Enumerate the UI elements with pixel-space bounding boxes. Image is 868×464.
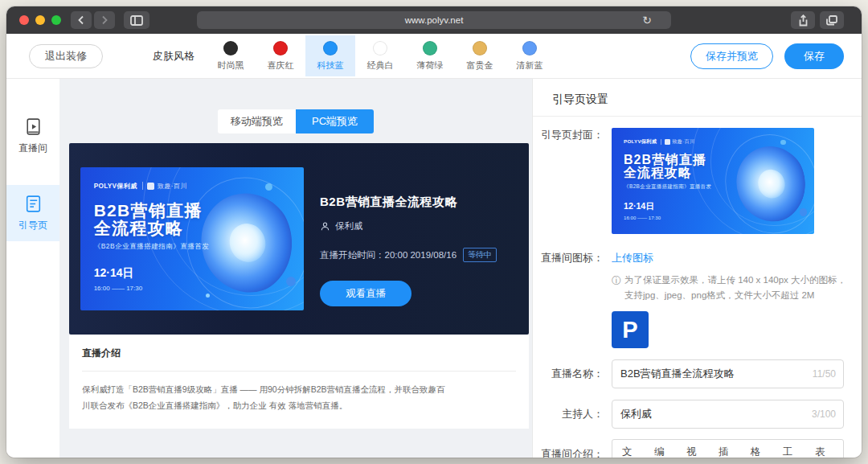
browser-back-button[interactable]	[71, 11, 92, 29]
banner-brand-row: POLYV保利威 致趣·百川	[624, 138, 694, 146]
browser-tabs-button[interactable]	[820, 11, 844, 29]
status-badge: 等待中	[463, 248, 497, 262]
live-room-icon	[23, 117, 43, 137]
skin-color-dot	[273, 41, 288, 55]
editor-menu-edit[interactable]: 编辑	[654, 446, 673, 458]
banner-time: 16:00 —— 17:30	[624, 215, 661, 220]
live-start-time: 直播开始时间：20:00 2019/08/16	[320, 249, 457, 261]
person-icon	[320, 221, 330, 232]
pc-preview-stage: POLYV保利威 致趣·百川 B2B营销直播 全流程攻略 《B2B企业直播搭建指…	[69, 143, 529, 335]
host-input[interactable]	[612, 400, 844, 429]
char-counter: 11/50	[813, 368, 836, 380]
tab-mobile-preview[interactable]: 移动端预览	[218, 109, 296, 133]
browser-share-button[interactable]	[791, 11, 815, 29]
banner-time: 16:00 —— 17:30	[94, 285, 142, 292]
guide-cover-thumbnail[interactable]: POLYV保利威 致趣·百川 B2B营销直播 全流程攻略 《B2B企业直播搭建指…	[612, 128, 814, 234]
skin-option-mint-green[interactable]: 薄荷绿	[405, 35, 455, 76]
skin-color-dot	[373, 41, 387, 55]
editor-menu-view[interactable]: 视图	[686, 446, 705, 458]
sidebar-item-label: 引导页	[18, 219, 47, 232]
polyv-logo: POLYV保利威	[94, 182, 137, 191]
browser-window: ↻ 退出装修 皮肤风格 时尚黑 喜庆红 科技蓝 经典	[6, 6, 862, 458]
icon-hint-text: 为了保证显示效果，请上传 140 x 140px 大小的图标，支持jpg、jpe…	[624, 273, 853, 302]
editor-menu-file[interactable]: 文件	[622, 446, 641, 458]
banner-title-line2: 全流程攻略	[624, 165, 692, 182]
skin-option-gold[interactable]: 富贵金	[455, 35, 505, 76]
live-host-row: 保利威	[320, 220, 497, 232]
skin-option-label: 喜庆红	[268, 60, 294, 72]
editor-menu-table[interactable]: 表格	[815, 446, 833, 458]
editor-menu-format[interactable]: 格式	[751, 446, 769, 458]
save-and-preview-button[interactable]: 保存并预览	[690, 43, 773, 69]
url-bar[interactable]	[197, 11, 671, 29]
icon-upload-hint: ⓘ 为了保证显示效果，请上传 140 x 140px 大小的图标，支持jpg、j…	[612, 273, 853, 302]
share-icon	[798, 14, 809, 27]
save-button[interactable]: 保存	[784, 43, 844, 69]
live-name-input[interactable]	[612, 359, 844, 388]
banner-3d-disc	[727, 138, 814, 231]
skin-option-black[interactable]: 时尚黑	[206, 35, 256, 76]
skin-option-red[interactable]: 喜庆红	[256, 35, 305, 76]
banner-subtitle: 《B2B企业直播搭建指南》直播首发	[94, 242, 210, 252]
banner-brand-row: POLYV保利威 致趣·百川	[94, 182, 187, 191]
skin-option-tech-blue[interactable]: 科技蓝	[305, 35, 355, 76]
skin-swatch-list: 时尚黑 喜庆红 科技蓝 经典白 薄荷绿 富贵金	[206, 35, 555, 76]
live-intro-heading: 直播介绍	[82, 347, 516, 360]
tabs-overview-icon	[826, 15, 837, 26]
browser-forward-button[interactable]	[94, 11, 115, 29]
live-name-label: 直播名称：	[533, 367, 604, 381]
skin-option-label: 薄荷绿	[417, 60, 444, 72]
skin-color-dot	[522, 41, 537, 55]
banner-date: 12·14日	[94, 266, 134, 281]
minimize-window-button[interactable]	[35, 15, 45, 25]
editor-menu-tools[interactable]: 工具	[783, 446, 801, 458]
zoom-window-button[interactable]	[51, 15, 61, 25]
guide-page-settings-panel: 引导页设置 引导页封面： POLYV保利威	[532, 79, 862, 458]
watch-live-button[interactable]: 观看直播	[320, 281, 411, 306]
divider	[82, 371, 516, 372]
skin-option-white[interactable]: 经典白	[355, 35, 405, 76]
polyv-logo: POLYV保利威	[624, 138, 657, 146]
brand-divider	[142, 182, 143, 190]
cobrand-name: 致趣·百川	[158, 182, 187, 191]
chevron-right-icon	[100, 15, 108, 25]
refresh-icon[interactable]: ↻	[638, 11, 656, 29]
cobrand-logo-icon	[665, 139, 670, 145]
live-cover-banner: POLYV保利威 致趣·百川 B2B营销直播 全流程攻略 《B2B企业直播搭建指…	[80, 167, 304, 310]
skin-color-dot	[323, 41, 338, 55]
banner-title-line2: 全流程攻略	[94, 217, 183, 240]
skin-color-dot	[473, 41, 487, 55]
live-intro-section: 直播介绍 保利威打造「B2B营销直播9级攻略」直播 —— 用90分钟拆解B2B营…	[69, 335, 529, 429]
sidebar-item-guide-page[interactable]: 引导页	[6, 185, 59, 241]
preview-area: 移动端预览 PC端预览 POLYV保利威 致趣·百川	[59, 79, 532, 458]
tab-pc-preview[interactable]: PC端预览	[296, 109, 374, 133]
brand-divider	[661, 139, 661, 145]
skin-style-label: 皮肤风格	[153, 49, 194, 64]
settings-panel-title: 引导页设置	[533, 79, 862, 117]
preview-tabs: 移动端预览 PC端预览	[59, 109, 532, 133]
guide-page-icon	[23, 194, 43, 214]
decorator-toolbar: 退出装修 皮肤风格 时尚黑 喜庆红 科技蓝 经典白 薄荷绿	[6, 34, 862, 79]
skin-option-label: 经典白	[367, 60, 394, 72]
live-intro-body: 保利威打造「B2B营销直播9级攻略」直播 —— 用90分钟拆解B2B营销直播全流…	[82, 382, 448, 414]
sidebar-item-live-room[interactable]: 直播间	[6, 108, 59, 164]
live-info-block: B2B营销直播全流程攻略 保利威 直播开始时间：20:00 2019/08/16…	[320, 195, 497, 306]
toolbar-actions: 保存并预览 保存	[690, 43, 844, 69]
left-nav: 直播间 引导页	[6, 79, 59, 458]
skin-option-label: 清新蓝	[517, 60, 543, 72]
room-icon-logo[interactable]: P	[612, 311, 649, 348]
exit-decorate-button[interactable]: 退出装修	[29, 44, 103, 68]
skin-option-fresh-blue[interactable]: 清新蓝	[505, 35, 555, 76]
upload-icon-link[interactable]: 上传图标	[612, 251, 653, 265]
banner-date: 12·14日	[624, 201, 654, 212]
browser-sidebar-toggle-button[interactable]	[124, 11, 149, 29]
rich-text-editor[interactable]: 文件 编辑 视图 插入 格式 工具 表格	[612, 439, 844, 458]
skin-option-label: 时尚黑	[218, 60, 244, 72]
cobrand-name: 致趣·百川	[672, 138, 694, 146]
close-window-button[interactable]	[19, 15, 29, 25]
editor-menu-insert[interactable]: 插入	[719, 446, 737, 458]
live-title: B2B营销直播全流程攻略	[320, 195, 497, 210]
skin-option-label: 富贵金	[467, 60, 493, 72]
skin-color-dot	[223, 41, 238, 55]
char-counter: 3/100	[812, 409, 836, 420]
